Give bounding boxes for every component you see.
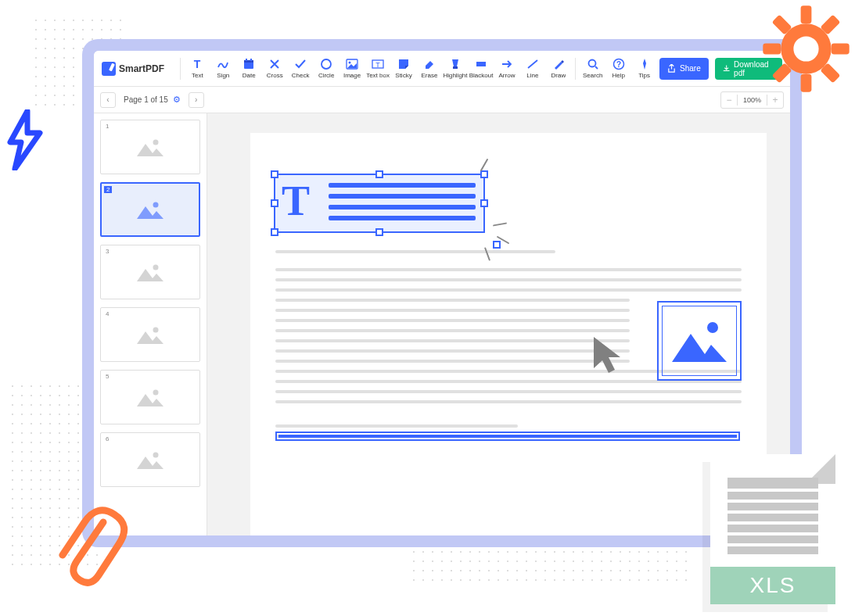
page-thumbnail-2[interactable]: 2 [100, 182, 200, 237]
share-label: Share [680, 64, 701, 73]
body-text-line [275, 309, 630, 312]
main-toolbar: SmartPDF TTextSignDateCrossCheckCircleIm… [94, 51, 790, 87]
tool-text-button[interactable]: TText [185, 58, 210, 79]
tool-highlight-button[interactable]: Highlight [443, 58, 467, 79]
image-icon [135, 324, 165, 346]
next-page-button[interactable]: › [189, 92, 204, 108]
tool-arrow-button[interactable]: Arrow [495, 58, 519, 79]
tool-text-box-button[interactable]: TText box [366, 58, 390, 79]
separator [575, 58, 576, 80]
image-icon [135, 136, 165, 158]
page-thumbnail-5[interactable]: 5 [100, 370, 200, 424]
tool-image-button[interactable]: Image [340, 58, 365, 79]
paperclip-icon [55, 507, 129, 600]
selected-text-box[interactable]: T [274, 174, 485, 233]
tool-erase-button[interactable]: Erase [417, 58, 441, 79]
svg-rect-21 [476, 62, 486, 66]
svg-point-15 [322, 59, 331, 69]
thumbnail-sidebar: 123456 [94, 113, 207, 535]
image-icon [346, 58, 358, 70]
svg-rect-20 [453, 66, 458, 69]
share-button[interactable]: Share [659, 58, 709, 80]
tool-draw-button[interactable]: Draw [546, 58, 570, 79]
utility-tips-button[interactable]: Tips [632, 58, 656, 79]
document-page[interactable]: T [250, 133, 767, 535]
image-placeholder[interactable] [657, 301, 742, 381]
svg-rect-1 [801, 5, 812, 23]
thumb-number: 6 [103, 435, 111, 442]
tool-circle-button[interactable]: Circle [314, 58, 339, 79]
resize-handle-s[interactable] [375, 228, 383, 236]
sign-icon [217, 58, 229, 70]
tool-label: Tips [638, 72, 650, 79]
tool-sign-button[interactable]: Sign [211, 58, 235, 79]
resize-handle-n[interactable] [375, 170, 383, 178]
tool-line-button[interactable]: Line [520, 58, 544, 79]
thumb-number: 4 [103, 310, 111, 317]
svg-rect-14 [250, 59, 252, 61]
spreadsheet-glyph [727, 478, 818, 557]
page-indicator: Page 1 of 15 ⚙ [124, 95, 181, 105]
image-icon [135, 449, 165, 471]
tool-label: Circle [318, 72, 334, 79]
page-thumbnail-3[interactable]: 3 [100, 245, 200, 299]
selected-line[interactable] [275, 432, 740, 441]
tool-sticky-button[interactable]: Sticky [392, 58, 416, 79]
circle-icon [320, 58, 332, 70]
tool-blackout-button[interactable]: Blackout [469, 58, 494, 79]
tool-label: Erase [421, 72, 437, 79]
textbox-icon: T [372, 58, 384, 70]
utility-search-button[interactable]: Search [580, 58, 605, 79]
svg-rect-3 [763, 44, 781, 55]
page-thumbnail-4[interactable]: 4 [100, 307, 200, 362]
thumb-number: 3 [103, 248, 111, 255]
page-thumbnail-6[interactable]: 6 [100, 432, 200, 487]
tool-label: Arrow [499, 72, 516, 79]
utility-help-button[interactable]: ?Help [606, 58, 630, 79]
search-icon [587, 58, 599, 70]
zoom-out-button[interactable]: − [721, 95, 737, 106]
date-icon [242, 58, 255, 70]
resize-handle-sw[interactable] [271, 228, 278, 236]
T-icon: T [191, 58, 203, 70]
resize-handle-e[interactable] [480, 199, 488, 207]
page-settings-icon[interactable]: ⚙ [173, 95, 181, 105]
highlight-icon [449, 58, 462, 70]
xls-file-icon: XLS [710, 454, 835, 604]
svg-point-31 [707, 322, 718, 333]
tool-label: Sticky [395, 72, 411, 79]
body-text-line [275, 390, 742, 393]
thumb-number: 2 [104, 186, 112, 193]
body-text-line [275, 329, 630, 332]
canvas-area[interactable]: T [207, 113, 790, 535]
image-icon [135, 386, 165, 408]
zoom-in-button[interactable]: + [767, 95, 783, 106]
tool-label: Highlight [443, 72, 467, 79]
resize-handle-ne[interactable] [480, 170, 488, 178]
image-icon [669, 317, 730, 365]
sticky-icon [397, 58, 410, 70]
tool-label: Help [612, 72, 624, 79]
tool-date-button[interactable]: Date [237, 58, 261, 79]
resize-handle-se[interactable] [493, 241, 501, 249]
body-text-line [275, 360, 630, 363]
page-thumbnail-1[interactable]: 1 [100, 120, 200, 174]
app-name: SmartPDF [119, 63, 164, 74]
svg-point-9 [793, 36, 818, 61]
tool-check-button[interactable]: Check [289, 58, 313, 79]
svg-rect-2 [801, 74, 812, 92]
body-text-line [275, 319, 630, 322]
svg-text:?: ? [616, 60, 621, 69]
resize-handle-w[interactable] [271, 199, 278, 207]
logo-icon [102, 62, 116, 76]
page-text: Page 1 of 15 [124, 95, 168, 104]
prev-page-button[interactable]: ‹ [100, 92, 116, 108]
resize-handle-nw[interactable] [271, 170, 278, 178]
tool-cross-button[interactable]: Cross [263, 58, 287, 79]
cursor-arrow-icon [591, 334, 630, 378]
tool-label: Check [292, 72, 310, 79]
arrow-icon [501, 58, 513, 70]
svg-rect-12 [244, 60, 253, 63]
tool-label: Line [526, 72, 538, 79]
app-logo[interactable]: SmartPDF [102, 62, 164, 76]
